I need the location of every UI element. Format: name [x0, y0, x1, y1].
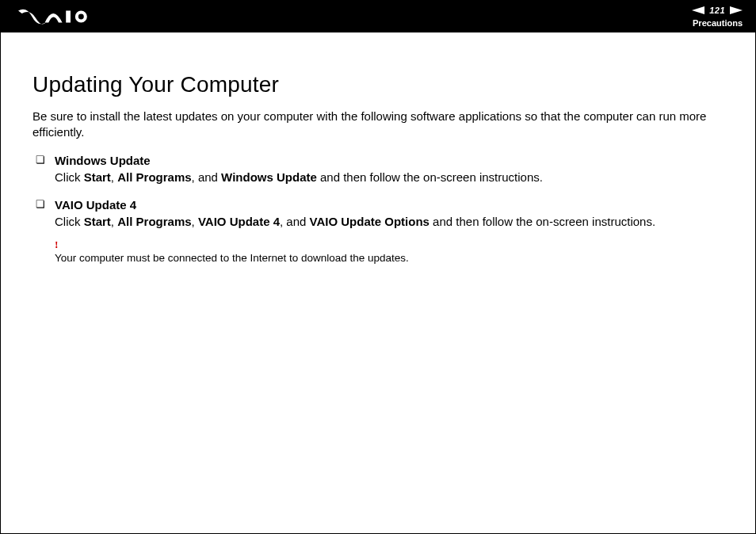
bold-text: Windows Update [221, 170, 317, 184]
list-item: Windows Update Click Start, All Programs… [55, 152, 731, 185]
note-text: Your computer must be connected to the I… [55, 252, 409, 264]
body-text: , and [280, 215, 310, 228]
vaio-logo [18, 9, 105, 25]
page-number: 121 [708, 5, 727, 16]
bold-text: Start [84, 170, 111, 184]
prev-page-arrow-icon[interactable] [692, 6, 704, 14]
section-link[interactable]: Precautions [693, 17, 743, 29]
list-item: VAIO Update 4 Click Start, All Programs,… [55, 196, 731, 266]
lead-paragraph: Be sure to install the latest updates on… [32, 109, 731, 141]
page-nav: 121 [692, 5, 743, 16]
body-text: , and [192, 170, 222, 184]
bold-text: VAIO Update Options [310, 215, 430, 228]
body-text: , [111, 170, 117, 184]
bold-text: All Programs [117, 215, 191, 228]
item-title: VAIO Update 4 [55, 198, 136, 212]
header-bar: 121 Precautions [1, 1, 755, 32]
update-list: Windows Update Click Start, All Programs… [32, 152, 731, 266]
page-frame: 121 Precautions Updating Your Computer B… [0, 0, 756, 534]
note-block: ! Your computer must be connected to the… [55, 239, 731, 266]
page-title: Updating Your Computer [32, 72, 731, 97]
body-text: , [192, 215, 198, 228]
next-page-arrow-icon[interactable] [730, 6, 743, 14]
content-area: Updating Your Computer Be sure to instal… [1, 32, 755, 266]
body-text: and then follow the on-screen instructio… [430, 215, 655, 228]
body-text: and then follow the on-screen instructio… [317, 170, 543, 184]
item-title: Windows Update [55, 154, 151, 167]
body-text: Click [55, 215, 84, 228]
warning-icon: ! [55, 239, 731, 250]
bold-text: Start [84, 215, 111, 228]
bold-text: VAIO Update 4 [198, 215, 280, 228]
svg-rect-0 [66, 10, 71, 22]
body-text: Click [55, 170, 84, 184]
header-right: 121 Precautions [692, 5, 743, 29]
bold-text: All Programs [117, 170, 191, 184]
body-text: , [111, 215, 117, 228]
